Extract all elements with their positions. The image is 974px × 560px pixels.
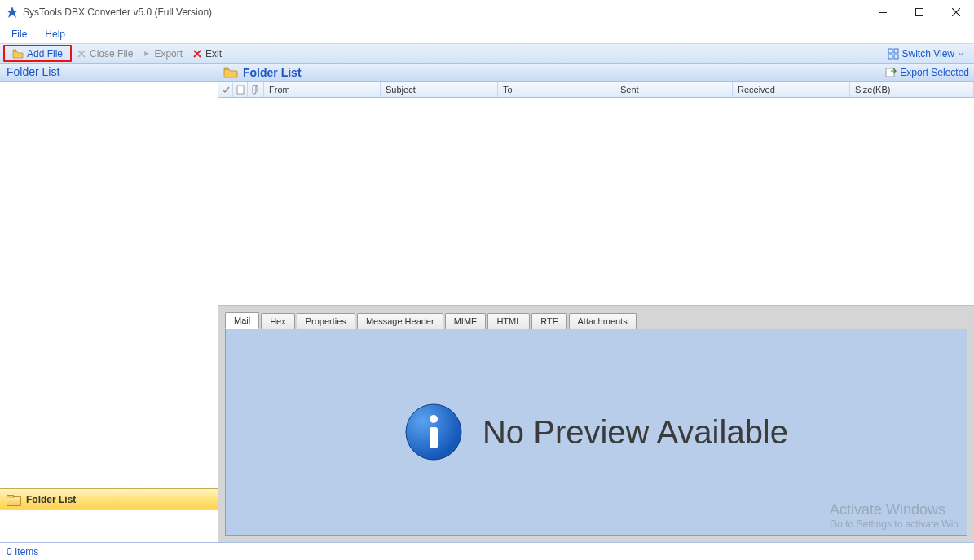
exit-icon	[192, 49, 202, 59]
window-title: SysTools DBX Converter v5.0 (Full Versio…	[23, 7, 212, 18]
right-pane-title: Folder List	[243, 66, 302, 79]
minimize-button[interactable]	[864, 0, 901, 24]
preview-body: No Preview Available Activate Windows Go…	[225, 329, 967, 536]
right-pane: Folder List Export Selected From Subject…	[218, 64, 974, 542]
export-selected-label: Export Selected	[900, 67, 969, 78]
tab-message-header[interactable]: Message Header	[357, 313, 443, 329]
svg-rect-2	[888, 49, 892, 53]
close-button[interactable]	[937, 0, 974, 24]
message-list[interactable]	[218, 98, 974, 305]
tab-properties[interactable]: Properties	[297, 313, 355, 329]
tab-attachments[interactable]: Attachments	[569, 313, 637, 329]
col-received[interactable]: Received	[733, 82, 850, 97]
sidebar-footer-label: Folder List	[26, 494, 76, 505]
switch-view-label: Switch View	[902, 48, 954, 60]
menu-file[interactable]: File	[11, 29, 27, 40]
menu-bar: File Help	[0, 24, 974, 44]
sidebar-tab-folder-list[interactable]: Folder List	[0, 488, 218, 509]
preview-tabs: Mail Hex Properties Message Header MIME …	[218, 306, 974, 329]
col-subject[interactable]: Subject	[381, 82, 498, 97]
chevron-down-icon	[958, 51, 964, 57]
svg-rect-1	[915, 9, 923, 16]
close-file-label: Close File	[90, 48, 133, 60]
folder-icon	[7, 495, 20, 505]
tab-html[interactable]: HTML	[487, 313, 530, 329]
export-selected-button[interactable]: Export Selected	[885, 67, 969, 78]
close-file-icon	[77, 49, 86, 59]
col-checkbox[interactable]	[218, 82, 233, 97]
info-icon	[404, 403, 463, 461]
col-sent[interactable]: Sent	[615, 82, 733, 97]
grid-icon	[888, 48, 899, 60]
no-preview-message: No Preview Available	[404, 403, 788, 461]
folder-open-icon	[12, 48, 24, 60]
status-items-count: 0 Items	[7, 546, 38, 558]
switch-view-button[interactable]: Switch View	[883, 46, 969, 61]
right-pane-header: Folder List Export Selected	[218, 64, 974, 82]
maximize-button[interactable]	[901, 0, 937, 24]
svg-rect-7	[237, 86, 244, 94]
no-preview-text: No Preview Available	[483, 414, 788, 451]
status-bar: 0 Items	[0, 542, 974, 560]
export-selected-icon	[885, 67, 897, 78]
watermark-line2: Go to Settings to activate Win	[830, 518, 959, 530]
menu-help[interactable]: Help	[45, 29, 65, 40]
tab-rtf[interactable]: RTF	[531, 313, 566, 329]
export-arrow-icon	[143, 50, 151, 58]
folder-tree[interactable]	[0, 82, 218, 488]
watermark-line1: Activate Windows	[830, 501, 959, 518]
tab-hex[interactable]: Hex	[261, 313, 295, 329]
col-from[interactable]: From	[264, 82, 381, 97]
add-file-label: Add File	[27, 48, 63, 60]
tab-mail[interactable]: Mail	[225, 312, 259, 329]
col-read-icon[interactable]	[233, 82, 248, 97]
add-file-button[interactable]: Add File	[7, 46, 68, 61]
svg-rect-4	[888, 55, 892, 59]
svg-rect-6	[886, 68, 894, 77]
sidebar-spacer	[0, 509, 218, 542]
svg-rect-5	[894, 55, 898, 59]
export-button[interactable]: Export	[138, 46, 187, 61]
export-label: Export	[154, 48, 183, 60]
svg-point-9	[430, 415, 438, 423]
col-to[interactable]: To	[498, 82, 615, 97]
exit-button[interactable]: Exit	[187, 46, 227, 61]
windows-activation-watermark: Activate Windows Go to Settings to activ…	[830, 501, 959, 530]
title-bar: SysTools DBX Converter v5.0 (Full Versio…	[0, 0, 974, 24]
svg-rect-10	[430, 427, 438, 448]
window-controls	[864, 0, 974, 24]
add-file-highlight: Add File	[3, 45, 72, 62]
svg-rect-3	[894, 49, 898, 53]
main-area: Folder List Folder List Folder List Expo…	[0, 64, 974, 542]
sidebar-header: Folder List	[0, 64, 218, 82]
column-header-row: From Subject To Sent Received Size(KB)	[218, 82, 974, 98]
col-size[interactable]: Size(KB)	[850, 82, 974, 97]
tab-mime[interactable]: MIME	[445, 313, 487, 329]
app-icon	[7, 7, 18, 18]
folder-icon	[223, 66, 238, 79]
svg-rect-0	[879, 12, 887, 13]
close-file-button[interactable]: Close File	[72, 46, 138, 61]
sidebar: Folder List Folder List	[0, 64, 218, 542]
exit-label: Exit	[205, 48, 222, 60]
col-attachment-icon[interactable]	[248, 82, 264, 97]
preview-pane: Mail Hex Properties Message Header MIME …	[218, 305, 974, 542]
toolbar: Add File Close File Export Exit Switch V…	[0, 44, 974, 64]
